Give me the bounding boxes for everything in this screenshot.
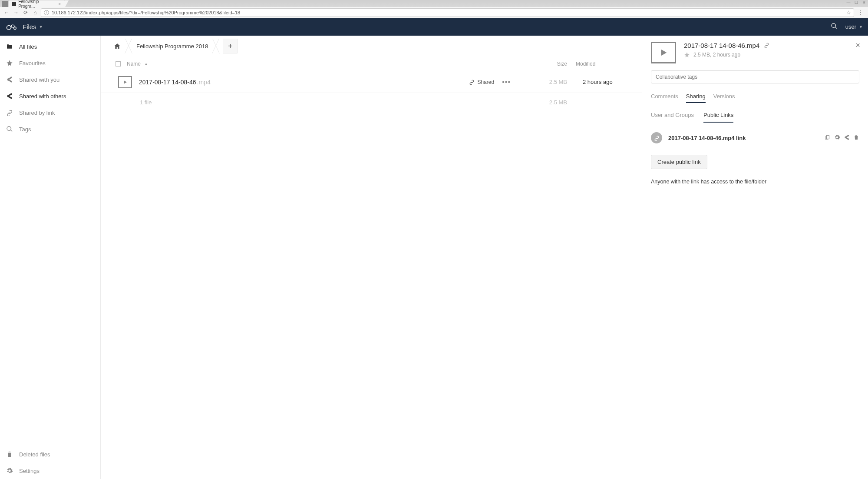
caret-down-icon: ▼	[859, 25, 863, 29]
sidebar-item-label: Tags	[19, 126, 31, 133]
sidebar-item-label: Favourites	[19, 60, 46, 67]
gear-icon[interactable]	[834, 134, 840, 142]
trash-icon[interactable]	[853, 134, 859, 142]
summary-row: 1 file 2.5 MB	[101, 93, 642, 106]
svg-point-2	[14, 27, 17, 30]
nav-forward-icon[interactable]: →	[12, 9, 20, 17]
url-text: 10.186.172.122/index.php/apps/files/?dir…	[52, 10, 240, 15]
sidebar-item-all-files[interactable]: All files	[0, 38, 100, 55]
home-icon	[114, 43, 121, 50]
sidebar-item-label: Shared by link	[19, 110, 55, 116]
file-size: 2.5 MB	[524, 79, 567, 85]
window-minimize-icon[interactable]: —	[845, 0, 852, 5]
copy-icon[interactable]	[825, 134, 831, 142]
nav-home-icon[interactable]: ⌂	[31, 9, 39, 17]
tab-close-icon[interactable]: ×	[58, 2, 61, 7]
table-header: Name ▲ Size Modified	[101, 57, 642, 71]
details-panel: × 2017-08-17 14-08-46.mp4 2.5 MB, 2 hour…	[642, 36, 868, 479]
column-size-label: Size	[557, 61, 567, 67]
link-icon	[6, 109, 13, 116]
file-modified: 2 hours ago	[567, 79, 632, 85]
app-name-label: Files	[23, 23, 36, 30]
svg-point-0	[7, 25, 11, 30]
details-title: 2017-08-17 14-08-46.mp4	[684, 42, 759, 49]
summary-size: 2.5 MB	[524, 99, 567, 106]
file-name[interactable]: 2017-08-17 14-08-46 .mp4	[139, 79, 469, 86]
file-extension: .mp4	[197, 79, 211, 86]
file-shared-label: Shared	[477, 79, 494, 85]
link-icon	[469, 79, 475, 85]
sidebar-item-favourites[interactable]: Favourites	[0, 55, 100, 71]
browser-tab[interactable]: Fellowship Progra... ×	[9, 0, 65, 7]
breadcrumb-home[interactable]	[108, 39, 127, 53]
column-name[interactable]: Name ▲	[127, 61, 511, 67]
tab-title: Fellowship Progra...	[18, 0, 53, 9]
folder-icon	[6, 43, 13, 50]
link-badge-icon	[651, 132, 662, 143]
site-info-icon[interactable]: i	[44, 10, 49, 15]
tags-input[interactable]	[651, 70, 859, 83]
column-name-label: Name	[127, 61, 141, 67]
breadcrumb: Fellowship Programme 2018 +	[101, 36, 642, 57]
sidebar-item-shared-by-link[interactable]: Shared by link	[0, 104, 100, 121]
gear-icon	[6, 467, 13, 474]
sidebar-item-shared-with-you[interactable]: Shared with you	[0, 71, 100, 88]
create-public-link-label: Create public link	[657, 159, 701, 165]
nav-reload-icon[interactable]: ⟳	[22, 9, 30, 17]
subtab-public-links[interactable]: Public Links	[703, 112, 733, 123]
file-more-button[interactable]: •••	[502, 78, 511, 86]
sidebar-item-deleted[interactable]: Deleted files	[0, 446, 100, 462]
details-header: 2017-08-17 14-08-46.mp4 2.5 MB, 2 hours …	[651, 42, 859, 63]
tab-comments[interactable]: Comments	[651, 93, 678, 103]
close-icon[interactable]: ×	[855, 41, 860, 50]
select-all-checkbox[interactable]	[116, 61, 121, 67]
sidebar-item-shared-with-others[interactable]: Shared with others	[0, 88, 100, 104]
user-menu[interactable]: user ▼	[845, 23, 863, 30]
share-out-icon	[6, 93, 13, 100]
sidebar-item-label: Settings	[19, 468, 40, 474]
owncloud-logo-icon[interactable]	[5, 22, 17, 32]
trash-icon	[6, 451, 13, 458]
play-icon	[659, 48, 668, 57]
bookmark-star-icon[interactable]: ☆	[846, 10, 851, 16]
tab-sharing[interactable]: Sharing	[686, 93, 706, 103]
details-tabs: Comments Sharing Versions	[651, 93, 859, 103]
sidebar-item-settings[interactable]: Settings	[0, 462, 100, 479]
address-bar[interactable]: i 10.186.172.122/index.php/apps/files/?d…	[41, 8, 854, 17]
column-modified[interactable]: Modified	[567, 61, 632, 67]
new-button[interactable]: +	[223, 39, 238, 53]
window-maximize-icon[interactable]: ☐	[852, 0, 860, 5]
link-actions	[825, 134, 859, 142]
window-close-icon[interactable]: ✕	[860, 0, 868, 5]
app-header: Files ▼ user ▼	[0, 18, 868, 36]
column-size[interactable]: Size	[511, 61, 567, 67]
breadcrumb-current[interactable]: Fellowship Programme 2018	[130, 39, 214, 53]
subtab-users-groups[interactable]: User and Groups	[651, 112, 694, 123]
link-icon[interactable]	[764, 42, 769, 49]
sidebar-item-label: Shared with others	[19, 93, 66, 100]
summary-count: 1 file	[140, 99, 152, 106]
file-row[interactable]: 2017-08-17 14-08-46 .mp4 Shared ••• 2.5 …	[101, 71, 642, 93]
sidebar-bottom: Deleted files Settings	[0, 446, 100, 479]
sidebar-item-tags[interactable]: Tags	[0, 121, 100, 137]
nav-back-icon[interactable]: ←	[3, 9, 10, 17]
public-link-name[interactable]: 2017-08-17 14-08-46.mp4 link	[668, 135, 818, 141]
address-bar-row: ← → ⟳ ⌂ i 10.186.172.122/index.php/apps/…	[0, 7, 868, 18]
window-controls: — ☐ ✕	[845, 0, 868, 5]
user-name: user	[845, 23, 856, 30]
create-public-link-button[interactable]: Create public link	[651, 155, 707, 169]
tab-versions[interactable]: Versions	[713, 93, 735, 103]
share-icon[interactable]	[844, 134, 850, 142]
file-basename: 2017-08-17 14-08-46	[139, 79, 196, 86]
sidebar: All files Favourites Shared with you Sha…	[0, 36, 101, 479]
public-link-row: 2017-08-17 14-08-46.mp4 link	[651, 132, 859, 143]
share-in-icon	[6, 76, 13, 83]
browser-menu-icon[interactable]: ⋮	[856, 9, 865, 16]
star-icon[interactable]	[684, 52, 690, 58]
search-icon[interactable]	[831, 23, 838, 31]
file-shared-badge[interactable]: Shared	[469, 79, 494, 85]
nav-list: All files Favourites Shared with you Sha…	[0, 36, 100, 446]
app-switcher[interactable]: Files ▼	[23, 23, 43, 30]
file-thumbnail	[118, 76, 132, 88]
app-body: All files Favourites Shared with you Sha…	[0, 36, 868, 479]
